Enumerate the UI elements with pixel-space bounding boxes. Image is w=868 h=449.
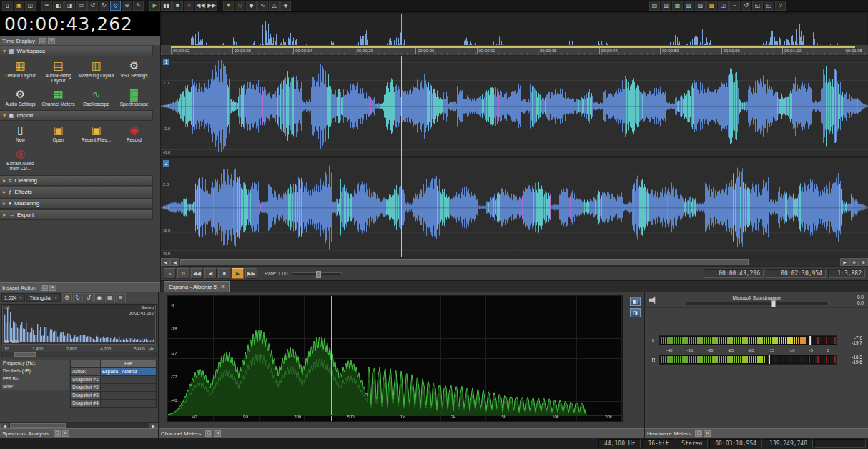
- rewind-icon[interactable]: ◀◀: [195, 1, 206, 11]
- snap-icon[interactable]: ◆: [246, 1, 257, 11]
- level-meter-left[interactable]: [659, 335, 837, 345]
- channel-1-badge[interactable]: 1: [162, 58, 170, 66]
- pause-icon[interactable]: ▮▮: [161, 1, 172, 11]
- crossfade-icon[interactable]: ∿: [257, 1, 268, 11]
- spectrum-analyzer-plot[interactable]: -9-18-27-37-46 40902005001k2k5k10k20k: [167, 295, 623, 422]
- auto-ripple-icon[interactable]: ◬: [269, 1, 280, 11]
- spectrum-range-slider[interactable]: [1, 352, 157, 357]
- window-regions-icon[interactable]: ◫: [718, 1, 729, 11]
- window-spectrum-icon[interactable]: ▧: [684, 1, 694, 11]
- go-to-start-button[interactable]: ◀◀: [191, 268, 203, 279]
- channel-2-waveform[interactable]: 2 6.02.0-inf.-2.0-6.0: [161, 158, 868, 257]
- snapshot-row[interactable]: Snapshot #4:: [71, 399, 156, 407]
- menu-icon[interactable]: ≡: [116, 293, 126, 302]
- window-mixer-icon[interactable]: ▥: [661, 1, 671, 11]
- scroll-left-icon[interactable]: ◀: [170, 258, 179, 266]
- meter-hold-button[interactable]: ◨: [630, 308, 641, 317]
- close-button[interactable]: ×: [62, 430, 69, 437]
- refresh-icon[interactable]: ↻: [73, 293, 83, 302]
- paste-icon[interactable]: ◨: [64, 1, 75, 11]
- window-time-icon[interactable]: ◱: [752, 1, 763, 11]
- scroll-left-icon[interactable]: ◀: [0, 423, 9, 428]
- rate-slider[interactable]: [292, 272, 342, 275]
- section-workspace-header[interactable]: ▾ ▦ Workspace: [0, 46, 153, 56]
- new-file-icon[interactable]: ▯: [2, 1, 13, 11]
- stop-icon[interactable]: ■: [172, 1, 183, 11]
- level-meter-right[interactable]: [659, 355, 837, 365]
- output-volume-slider[interactable]: [686, 302, 829, 305]
- close-button[interactable]: ×: [49, 285, 56, 291]
- undo-icon[interactable]: ↺: [87, 1, 98, 11]
- scrollbar-thumb[interactable]: [10, 423, 66, 428]
- save-icon[interactable]: ◫: [25, 1, 36, 11]
- zoom-in-icon[interactable]: ⊕: [859, 258, 868, 266]
- sidebar-item-recent-files[interactable]: ▣ Recent Files...: [77, 122, 115, 144]
- window-docs-icon[interactable]: ▤: [649, 1, 660, 11]
- settings-gear-icon[interactable]: ⚙: [62, 293, 72, 302]
- close-button[interactable]: ×: [48, 38, 55, 44]
- sidebar-item-default-layout[interactable]: ▦ Default Layout: [1, 58, 39, 85]
- window-type-select[interactable]: Triangular ▼: [26, 293, 60, 302]
- record-icon[interactable]: ●: [184, 1, 194, 11]
- restore-button[interactable]: □: [695, 430, 702, 437]
- scroll-left-icon[interactable]: ◀: [161, 258, 170, 266]
- overview-waveform-panel[interactable]: [161, 12, 868, 45]
- scrollbar-track[interactable]: [179, 258, 840, 266]
- section-export-header[interactable]: ▸ → Export: [0, 209, 153, 220]
- spectrum-scrollbar[interactable]: ◀ ▶: [0, 422, 158, 428]
- sidebar-item-audio-settings[interactable]: ⚙ Audio Settings: [1, 87, 39, 108]
- sidebar-item-audio-editing-layout[interactable]: ▤ AudioEditing Layout: [39, 58, 77, 85]
- window-meters-icon[interactable]: ▦: [672, 1, 683, 11]
- channel-1-canvas[interactable]: [161, 56, 868, 156]
- previous-button[interactable]: ◀: [204, 268, 217, 279]
- snapshot-row[interactable]: Snapshot #3:: [71, 391, 156, 399]
- close-button[interactable]: ×: [704, 430, 711, 437]
- sidebar-item-record[interactable]: ◉ Record: [115, 122, 153, 144]
- restore-button[interactable]: □: [41, 285, 48, 291]
- analyzer-canvas[interactable]: [168, 296, 622, 421]
- sidebar-item-open[interactable]: ▣ Open: [39, 122, 77, 144]
- loop-playback-button[interactable]: ↻: [177, 268, 189, 279]
- scroll-right-icon[interactable]: ▶: [840, 258, 849, 266]
- play-icon[interactable]: ▶: [149, 1, 160, 11]
- sidebar-item-channel-meters[interactable]: ▦ Channel Meters: [39, 87, 77, 108]
- window-plugin-icon[interactable]: ▨: [695, 1, 706, 11]
- copy-icon[interactable]: ◧: [53, 1, 64, 11]
- snapshot-icon[interactable]: ◉: [94, 293, 104, 302]
- help-icon[interactable]: ?: [775, 1, 786, 11]
- snapshot-row[interactable]: Active: Espana - Albeniz: [71, 367, 156, 375]
- timeline-ruler[interactable]: 00:00:0200:00:0800:00:1400:00:2000:00:26…: [161, 45, 868, 56]
- channel-1-waveform[interactable]: 1 6.02.0-inf.-2.0-6.0: [161, 56, 868, 156]
- horizontal-scrollbar[interactable]: ◀ ◀ ▶ ⊖ ⊕: [161, 257, 868, 266]
- redo-icon[interactable]: ↻: [99, 1, 109, 11]
- meter-options-button[interactable]: ◧: [630, 297, 641, 306]
- snapshot-row[interactable]: Snapshot #1:: [71, 375, 156, 383]
- stop-button[interactable]: ■: [218, 268, 230, 279]
- cut-icon[interactable]: ✂: [41, 1, 52, 11]
- section-import-header[interactable]: ▾ ▣ Import: [0, 110, 153, 121]
- play-all-button[interactable]: ▶▶: [245, 268, 257, 279]
- auto-update-icon[interactable]: ↺: [84, 293, 94, 302]
- sidebar-item-vst-settings[interactable]: ⚙ VST Settings: [115, 58, 153, 85]
- grid-icon[interactable]: ▦: [105, 293, 115, 302]
- marker-icon[interactable]: ▼: [223, 1, 234, 11]
- snapshot-row[interactable]: Snapshot #2:: [71, 383, 156, 391]
- sidebar-item-spectroscope[interactable]: ▓ Spectroscope: [115, 87, 153, 108]
- zoom-out-icon[interactable]: ⊖: [849, 258, 859, 266]
- play-button[interactable]: ▶: [232, 268, 244, 279]
- window-explorer-icon[interactable]: ▩: [706, 1, 717, 11]
- window-playlist-icon[interactable]: ≡: [729, 1, 740, 11]
- speaker-icon[interactable]: [649, 296, 657, 304]
- restore-button[interactable]: □: [54, 430, 61, 437]
- channel-2-badge[interactable]: 2: [162, 159, 170, 167]
- spectrum-mini-plot[interactable]: -18 dB -138 Stereo 00:00:43,262: [1, 304, 157, 345]
- section-mastering-header[interactable]: ▸ ♦ Mastering: [0, 198, 153, 209]
- section-cleaning-header[interactable]: ▸ ≈ Cleaning: [0, 175, 153, 186]
- fft-size-select[interactable]: 1,024 ▼: [1, 293, 25, 302]
- forward-icon[interactable]: ▶▶: [207, 1, 217, 11]
- magnify-tool-icon[interactable]: ⊕: [122, 1, 132, 11]
- section-effects-header[interactable]: ▸ ƒ Effects: [0, 187, 153, 197]
- trim-icon[interactable]: ▭: [76, 1, 87, 11]
- restore-button[interactable]: □: [205, 430, 212, 437]
- close-button[interactable]: ×: [214, 430, 221, 437]
